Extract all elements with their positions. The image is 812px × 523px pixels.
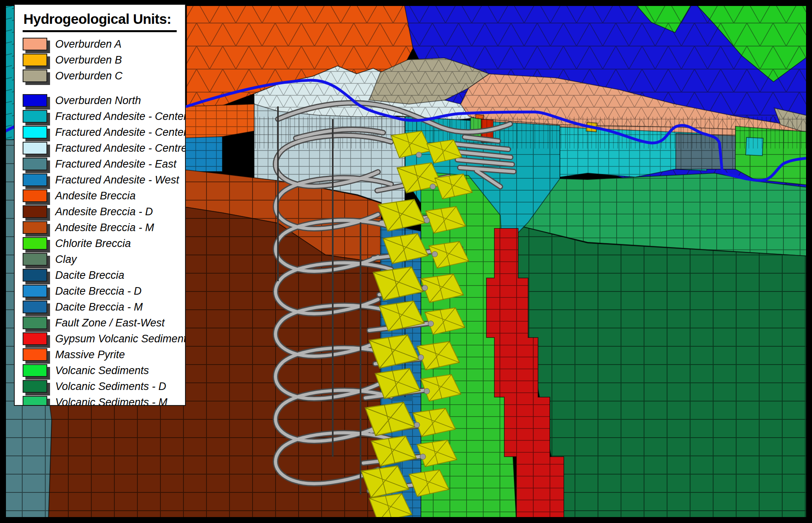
legend-swatch [23,285,47,297]
legend-item: Clay [15,251,185,267]
legend-item: Dacite Breccia - D [15,283,185,299]
legend-item: Volcanic Sediments - M [15,394,185,406]
legend-item: Volcanic Sediments [15,363,185,378]
legend-swatch [23,237,47,250]
legend-swatch [23,317,47,329]
legend-items: Overburden AOverburden BOverburden COver… [15,36,185,406]
legend-swatch [23,348,47,361]
legend-item: Fractured Andesite - Center East [15,124,185,140]
legend-panel: Hydrogeological Units: Overburden AOverb… [14,4,186,406]
legend-item-label: Overburden C [55,70,123,82]
legend-item-label: Dacite Breccia [55,269,124,282]
legend-item: Chlorite Breccia [15,235,185,251]
legend-item-label: Fault Zone / East-West [55,317,165,329]
legend-item: Dacite Breccia [15,267,185,283]
legend-swatch [23,158,47,170]
legend-item: Volcanic Sediments - D [15,378,185,394]
legend-swatch [23,174,47,186]
legend-swatch [23,221,47,234]
legend-item-label: Andesite Breccia - D [55,206,153,218]
outcrop-massive-pyrite [476,114,484,119]
legend-swatch [23,253,47,266]
legend-swatch [23,396,47,406]
legend-item: Overburden North [15,93,185,108]
legend-item-label: Fractured Andesite - Center East [55,126,186,139]
legend-item-label: Massive Pyrite [55,349,125,361]
legend-swatch [23,142,47,154]
legend-item: Overburden C [15,68,185,84]
legend-swatch [23,189,47,202]
legend-swatch [23,269,47,282]
legend-swatch [23,94,47,107]
legend-item-label: Overburden North [55,95,141,107]
legend-swatch [23,69,47,82]
legend-item-label: Fractured Andesite - Centre West [55,142,186,154]
legend-item: Overburden A [15,36,185,52]
legend-item: Andesite Breccia - M [15,220,185,235]
legend-item: Andesite Breccia - D [15,204,185,220]
legend-swatch [23,301,47,313]
legend-item: Overburden B [15,52,185,68]
legend-swatch [23,110,47,123]
legend-item-label: Fractured Andesite - West [55,174,179,186]
legend-item-label: Volcanic Sediments - D [55,380,166,393]
legend-item-label: Dacite Breccia - D [55,285,142,297]
legend-swatch [23,126,47,139]
legend-swatch [23,380,47,393]
legend-title: Hydrogeological Units: [23,11,177,32]
legend-item: Massive Pyrite [15,347,185,363]
legend-item: Gypsum Volcanic Sediments [15,331,185,347]
legend-item: Fractured Andesite - Center [15,108,185,124]
legend-swatch [23,205,47,218]
legend-item-label: Clay [55,253,77,266]
legend-item: Andesite Breccia [15,188,185,204]
legend-swatch [23,54,47,66]
legend-item: Fractured Andesite - East [15,156,185,172]
legend-item: Fractured Andesite - Centre West [15,140,185,156]
wall-clay [676,133,739,169]
legend-item-label: Overburden A [55,38,122,50]
legend-item-label: Volcanic Sediments - M [55,396,168,406]
legend-item-label: Fractured Andesite - Center [55,110,186,123]
legend-item-label: Overburden B [55,54,122,66]
legend-swatch [23,332,47,345]
legend-item: Fractured Andesite - West [15,172,185,188]
cell-fractured-andesite [746,137,763,156]
legend-item-label: Fractured Andesite - East [55,158,176,170]
legend-swatch [23,38,47,50]
legend-item-label: Dacite Breccia - M [55,301,143,313]
legend-item-label: Andesite Breccia [55,190,136,202]
legend-item-label: Gypsum Volcanic Sediments [55,333,186,345]
legend-item-label: Volcanic Sediments [55,365,149,377]
legend-item: Fault Zone / East-West [15,315,185,331]
legend-item-label: Chlorite Breccia [55,237,131,250]
screenshot-root: { "legend": { "title": "Hydrogeological … [0,0,812,523]
legend-item: Dacite Breccia - M [15,299,185,315]
legend-item-label: Andesite Breccia - M [55,222,154,234]
legend-swatch [23,364,47,377]
